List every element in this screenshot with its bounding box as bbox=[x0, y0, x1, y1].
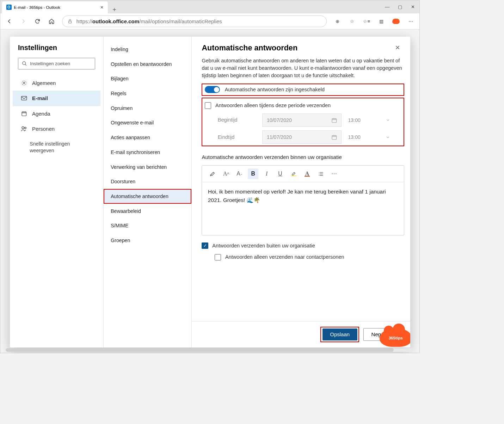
period-label: Antwoorden alleen tijdens deze periode v… bbox=[215, 102, 331, 109]
nav-item-agenda[interactable]: Agenda bbox=[13, 106, 100, 121]
mail-icon bbox=[21, 96, 27, 101]
nav-item-label: E-mail bbox=[32, 95, 48, 101]
settings-dialog: Instellingen Instellingen zoeken Algemee… bbox=[10, 37, 410, 348]
chevron-down-icon bbox=[386, 135, 390, 140]
nav-item-label: Algemeen bbox=[32, 80, 56, 86]
forward-button[interactable] bbox=[17, 15, 30, 28]
url-host: outlook.office.com bbox=[92, 18, 139, 24]
close-panel-button[interactable]: ✕ bbox=[395, 44, 400, 51]
subnav-item[interactable]: Indeling bbox=[104, 42, 191, 57]
search-placeholder: Instellingen zoeken bbox=[30, 61, 70, 66]
more-menu-button[interactable]: ⋯ bbox=[404, 15, 417, 28]
font-color-button[interactable]: A bbox=[302, 168, 313, 179]
subnav-item[interactable]: Groepen bbox=[104, 233, 191, 248]
new-tab-button[interactable]: ＋ bbox=[108, 6, 121, 13]
subnav-item[interactable]: Acties aanpassen bbox=[104, 130, 191, 145]
subnav-item[interactable]: Verwerking van berichten bbox=[104, 160, 191, 174]
subnav-item[interactable]: Regels bbox=[104, 86, 191, 101]
nav-item-label: Agenda bbox=[32, 111, 50, 117]
365tips-badge-icon: 365tips bbox=[380, 329, 410, 347]
quick-settings-link[interactable]: Snelle instellingen weergeven bbox=[13, 136, 100, 158]
auto-reply-toggle[interactable] bbox=[205, 86, 220, 93]
tab-title: E-mail - 365tips - Outlook bbox=[14, 5, 60, 10]
nav-item-e-mail[interactable]: E-mail bbox=[13, 91, 100, 106]
window-maximize-button[interactable]: ▢ bbox=[394, 0, 407, 13]
calendar-icon bbox=[21, 111, 27, 117]
browser-tab[interactable]: O E-mail - 365tips - Outlook ✕ bbox=[2, 1, 108, 13]
home-button[interactable] bbox=[45, 15, 58, 28]
format-painter-button[interactable] bbox=[207, 168, 218, 179]
address-bar[interactable]: https://outlook.office.com/mail/options/… bbox=[62, 16, 327, 27]
bold-button[interactable]: B bbox=[248, 168, 258, 179]
contacts-only-checkbox[interactable] bbox=[215, 254, 221, 260]
underline-button[interactable]: U bbox=[275, 168, 285, 179]
subnav-item[interactable]: Opstellen en beantwoorden bbox=[104, 57, 191, 72]
extension-cloud-icon[interactable] bbox=[389, 15, 402, 28]
settings-title: Instellingen bbox=[18, 44, 95, 52]
subnav-item[interactable]: E-mail synchroniseren bbox=[104, 145, 191, 160]
start-time-dropdown[interactable]: 13:00 bbox=[348, 117, 392, 124]
svg-rect-7 bbox=[332, 118, 336, 122]
tab-close-icon[interactable]: ✕ bbox=[100, 5, 104, 10]
nav-item-algemeen[interactable]: Algemeen bbox=[13, 75, 100, 91]
url-path: /mail/options/mail/automaticReplies bbox=[139, 18, 222, 24]
reply-editor: AA A⌄ B I U A ⋯ Hoi, ik ben momenteel op… bbox=[202, 165, 404, 236]
internal-section-label: Automatische antwoorden verzenden binnen… bbox=[202, 153, 404, 161]
back-button[interactable] bbox=[3, 15, 16, 28]
calendar-icon bbox=[331, 134, 337, 140]
window-close-button[interactable]: ✕ bbox=[407, 0, 420, 13]
svg-rect-3 bbox=[21, 97, 27, 100]
start-date-input[interactable]: 10/07/2020 bbox=[262, 113, 342, 127]
favorite-button[interactable]: ☆ bbox=[345, 15, 358, 28]
period-checkbox[interactable] bbox=[205, 102, 211, 109]
svg-rect-4 bbox=[22, 112, 26, 116]
search-icon bbox=[22, 61, 27, 66]
subnav-item[interactable]: Ongewenste e-mail bbox=[104, 116, 191, 130]
more-formatting-button[interactable]: ⋯ bbox=[329, 168, 339, 179]
collections-button[interactable]: ▥ bbox=[375, 15, 388, 28]
end-date-input[interactable]: 11/07/2020 bbox=[262, 130, 342, 144]
contacts-only-label: Antwoorden alleen verzenden naar contact… bbox=[225, 253, 344, 261]
svg-point-5 bbox=[22, 127, 24, 129]
start-time-label: Begintijd bbox=[218, 116, 256, 124]
url-prefix: https:// bbox=[76, 18, 92, 24]
external-label: Antwoorden verzenden buiten uw organisat… bbox=[212, 242, 315, 250]
editor-content[interactable]: Hoi, ik ben momenteel op verlof! Je kan … bbox=[202, 182, 404, 235]
subnav-item[interactable]: Bijlagen bbox=[104, 72, 191, 86]
panel-title: Automatische antwoorden bbox=[202, 43, 297, 53]
svg-point-6 bbox=[25, 127, 26, 129]
external-replies-checkbox[interactable]: ✓ bbox=[202, 242, 208, 249]
svg-rect-8 bbox=[332, 135, 336, 139]
save-button[interactable]: Opslaan bbox=[322, 328, 357, 340]
subnav-item[interactable]: Opruimen bbox=[104, 101, 191, 116]
lock-icon bbox=[68, 19, 72, 24]
nav-item-personen[interactable]: Personen bbox=[13, 121, 100, 136]
subnav-item[interactable]: Automatische antwoorden bbox=[104, 189, 191, 204]
outlook-favicon-icon: O bbox=[6, 5, 12, 10]
gear-icon bbox=[21, 80, 27, 86]
calendar-icon bbox=[331, 117, 337, 123]
bullet-list-button[interactable] bbox=[315, 168, 326, 179]
favorites-list-button[interactable]: ☆≡ bbox=[360, 15, 373, 28]
highlight-button[interactable] bbox=[288, 168, 299, 179]
end-time-dropdown[interactable]: 13:00 bbox=[348, 134, 392, 141]
font-size-button[interactable]: A⌄ bbox=[234, 168, 245, 179]
horizontal-scrollbar[interactable] bbox=[6, 348, 414, 352]
italic-button[interactable]: I bbox=[262, 168, 272, 179]
people-icon bbox=[21, 126, 27, 132]
toggle-label: Automatische antwoorden zijn ingeschakel… bbox=[225, 86, 325, 93]
subnav-item[interactable]: Doorsturen bbox=[104, 174, 191, 189]
refresh-button[interactable] bbox=[31, 15, 44, 28]
chevron-down-icon bbox=[386, 118, 390, 122]
font-button[interactable]: AA bbox=[221, 168, 232, 179]
subnav-item[interactable]: S/MIME bbox=[104, 219, 191, 233]
end-time-label: Eindtijd bbox=[218, 134, 256, 141]
add-page-button[interactable]: ⊕ bbox=[331, 15, 344, 28]
svg-point-2 bbox=[23, 82, 25, 84]
nav-item-label: Personen bbox=[32, 126, 55, 132]
panel-intro-text: Gebruik automatische antwoorden om ander… bbox=[202, 57, 404, 79]
subnav-item[interactable]: Bewaarbeleid bbox=[104, 204, 191, 219]
settings-search-input[interactable]: Instellingen zoeken bbox=[18, 58, 95, 69]
svg-rect-0 bbox=[69, 21, 72, 23]
window-minimize-button[interactable]: — bbox=[381, 0, 394, 13]
